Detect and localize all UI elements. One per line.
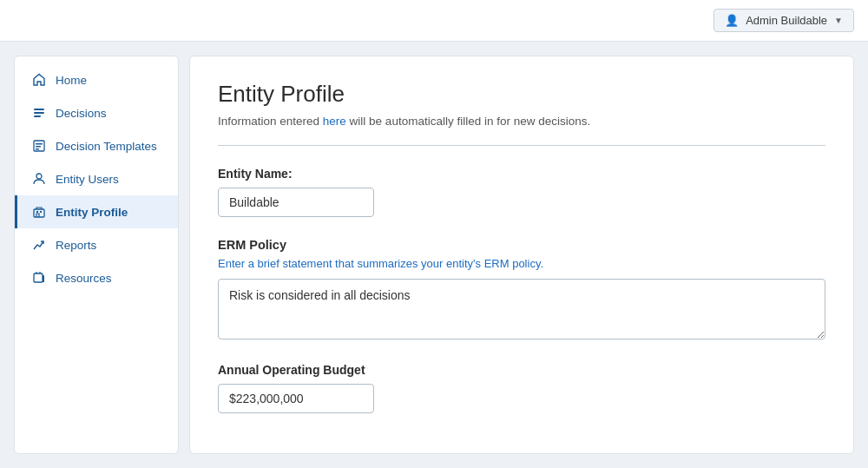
svg-rect-10: [40, 211, 42, 213]
sidebar-item-label: Decision Templates: [56, 140, 157, 153]
sidebar-item-label: Resources: [56, 272, 112, 285]
entity-name-field: Entity Name:: [218, 167, 825, 238]
main-content: Entity Profile Information entered here …: [189, 56, 854, 454]
template-icon: [31, 138, 47, 154]
sidebar-item-decision-templates[interactable]: Decision Templates: [15, 129, 178, 162]
page-subtitle: Information entered here will be automat…: [218, 115, 825, 128]
home-icon: [31, 72, 47, 88]
sidebar-item-reports[interactable]: Reports: [15, 228, 178, 261]
sidebar-item-entity-profile[interactable]: Entity Profile: [15, 195, 178, 228]
annual-budget-input[interactable]: [218, 384, 374, 413]
subtitle-highlight: here: [323, 115, 346, 128]
sidebar-item-entity-users[interactable]: Entity Users: [15, 162, 178, 195]
svg-point-7: [36, 174, 42, 179]
svg-rect-12: [43, 275, 44, 282]
building-icon: [31, 204, 47, 220]
svg-rect-9: [36, 211, 38, 213]
svg-rect-5: [36, 146, 41, 148]
sidebar-item-label: Decisions: [56, 107, 107, 120]
svg-rect-1: [34, 112, 44, 114]
layout: Home Decisions Decision T: [0, 42, 868, 468]
sidebar-item-resources[interactable]: Resources: [15, 261, 178, 294]
entity-name-input[interactable]: [218, 188, 374, 217]
annual-budget-section: Annual Operating Budget: [218, 363, 825, 413]
user-icon: [31, 171, 47, 187]
top-nav: 👤 Admin Buildable ▼: [0, 0, 868, 42]
user-menu-button[interactable]: 👤 Admin Buildable ▼: [713, 9, 854, 32]
user-icon: 👤: [725, 14, 739, 27]
erm-policy-textarea[interactable]: [218, 279, 825, 339]
svg-rect-11: [34, 274, 43, 282]
chart-icon: [31, 237, 47, 253]
sidebar-item-label: Reports: [56, 239, 96, 252]
sidebar-item-label: Entity Profile: [56, 206, 128, 219]
erm-policy-section: ERM Policy Enter a brief statement that …: [218, 238, 825, 342]
erm-policy-hint: Enter a brief statement that summarizes …: [218, 257, 825, 270]
annual-budget-label: Annual Operating Budget: [218, 363, 825, 377]
sidebar-item-label: Home: [56, 74, 87, 87]
sidebar-item-label: Entity Users: [56, 173, 119, 186]
svg-rect-4: [36, 143, 43, 145]
list-icon: [31, 105, 47, 121]
sidebar: Home Decisions Decision T: [14, 56, 179, 454]
entity-name-label: Entity Name:: [218, 167, 825, 181]
subtitle-suffix: will be automatically filled in for new …: [346, 115, 590, 128]
sidebar-item-decisions[interactable]: Decisions: [15, 96, 178, 129]
subtitle-prefix: Information entered: [218, 115, 323, 128]
svg-rect-6: [36, 148, 39, 150]
svg-rect-2: [34, 115, 41, 117]
page-title: Entity Profile: [218, 81, 825, 108]
sidebar-item-home[interactable]: Home: [15, 63, 178, 96]
section-divider: [218, 145, 825, 146]
svg-rect-0: [34, 109, 44, 110]
erm-policy-title: ERM Policy: [218, 238, 825, 252]
chevron-down-icon: ▼: [834, 16, 843, 25]
resource-icon: [31, 270, 47, 286]
user-menu-label: Admin Buildable: [746, 14, 827, 27]
